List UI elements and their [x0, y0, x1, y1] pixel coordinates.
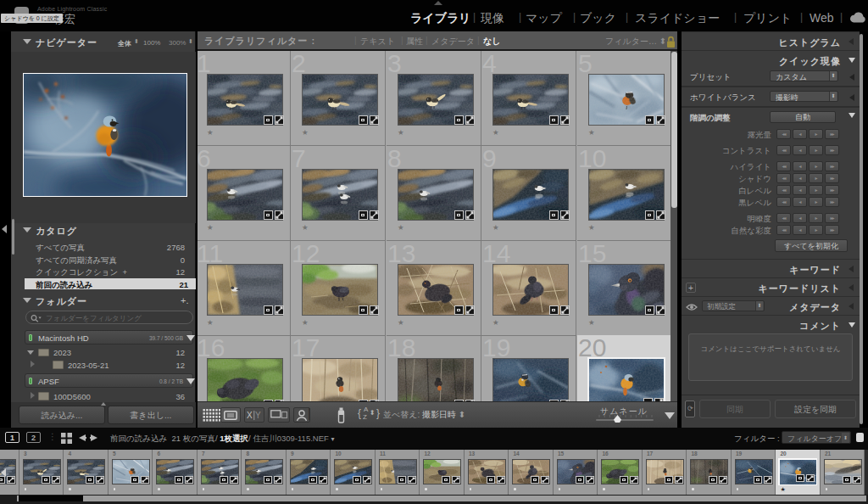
- svg-text:Y: Y: [255, 411, 261, 420]
- svg-text:X: X: [247, 411, 253, 420]
